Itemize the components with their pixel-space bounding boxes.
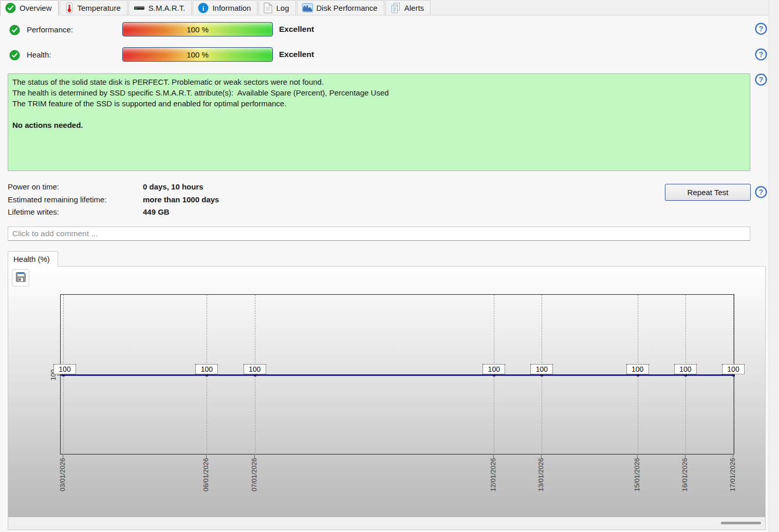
tab-log[interactable]: Log <box>258 0 295 15</box>
check-circle-icon <box>9 25 20 37</box>
tab-disk-performance[interactable]: Disk Performance <box>297 0 384 15</box>
tab-s-m-a-r-t[interactable]: S.M.A.R.T. <box>128 0 192 15</box>
status-message-box: The status of the solid state disk is PE… <box>8 73 750 171</box>
save-icon <box>15 271 27 285</box>
thermometer-icon <box>65 3 74 13</box>
health-chart-plot: 100100100100100100100100100 <box>60 294 734 454</box>
chart-tab-label: Health (%) <box>13 255 50 263</box>
lifetime-writes-label: Lifetime writes: <box>8 207 136 216</box>
health-series-line <box>61 374 734 376</box>
x-axis-date-label: 06/01/2026 <box>202 458 210 509</box>
performance-label: Performance: <box>27 25 73 34</box>
chart-bottom-strip <box>9 518 764 528</box>
comment-input[interactable] <box>8 226 750 241</box>
svg-text:?: ? <box>759 50 764 59</box>
data-point-label: 100 <box>483 364 505 374</box>
tab-health-chart[interactable]: Health (%) <box>8 251 58 267</box>
remaining-lifetime-label: Estimated remaining lifetime: <box>8 195 136 204</box>
tab-information[interactable]: iInformation <box>193 0 257 15</box>
remaining-lifetime-value: more than 1000 days <box>143 195 348 204</box>
x-axis-date-label: 13/01/2026 <box>537 458 545 509</box>
status-line: The health is determined by SSD specific… <box>12 87 746 98</box>
help-icon[interactable]: ? <box>755 23 767 35</box>
alert-pages-icon <box>391 3 401 13</box>
tab-label: Log <box>276 4 289 12</box>
tab-label: Information <box>212 4 251 12</box>
tab-label: Temperature <box>78 4 121 12</box>
health-chart-panel: 100100100100100100100100100 03/01/202606… <box>8 266 766 530</box>
x-axis-date-label: 17/01/2026 <box>729 458 736 509</box>
tab-alerts[interactable]: Alerts <box>385 0 431 15</box>
repeat-test-button[interactable]: Repeat Test <box>665 184 751 201</box>
data-point-label: 100 <box>244 364 266 374</box>
status-action-line: No actions needed. <box>12 120 746 130</box>
data-point-label: 100 <box>674 364 697 374</box>
save-chart-button[interactable] <box>12 269 29 287</box>
health-rating: Excellent <box>279 50 314 59</box>
data-point-label: 100 <box>722 364 745 374</box>
x-axis-date-label: 15/01/2026 <box>634 458 641 509</box>
info-circle-icon: i <box>198 3 209 13</box>
power-on-time-label: Power on time: <box>8 182 136 191</box>
svg-text:?: ? <box>759 188 764 196</box>
data-point-label: 100 <box>53 364 76 374</box>
health-label: Health: <box>27 50 51 59</box>
x-axis-date-label: 03/01/2026 <box>59 458 66 509</box>
performance-rating: Excellent <box>279 25 314 34</box>
x-axis-date-label: 12/01/2026 <box>490 458 497 509</box>
main-tab-bar: OverviewTemperatureS.M.A.R.T.iInformatio… <box>0 0 769 15</box>
tab-temperature[interactable]: Temperature <box>60 0 127 15</box>
power-on-time-value: 0 days, 10 hours <box>143 182 348 191</box>
tab-label: Alerts <box>404 4 424 12</box>
document-icon <box>264 3 272 13</box>
status-line: The status of the solid state disk is PE… <box>12 77 746 87</box>
svg-text:i: i <box>202 4 205 12</box>
check-circle-icon <box>5 3 16 13</box>
help-icon[interactable]: ? <box>755 73 767 86</box>
check-circle-icon <box>9 50 20 63</box>
health-gauge: 100 % <box>122 47 273 62</box>
hard-drive-icon <box>134 3 145 13</box>
performance-value: 100 % <box>187 25 209 34</box>
tab-label: S.M.A.R.T. <box>149 4 186 12</box>
svg-text:?: ? <box>759 75 764 84</box>
tab-label: Disk Performance <box>317 4 378 12</box>
help-icon[interactable]: ? <box>755 48 767 61</box>
y-axis-tick <box>57 375 61 375</box>
performance-gauge: 100 % <box>122 22 273 36</box>
status-line: The TRIM feature of the SSD is supported… <box>12 98 746 109</box>
lifetime-writes-value: 449 GB <box>143 207 348 216</box>
status-lines: The status of the solid state disk is PE… <box>12 77 746 109</box>
tab-label: Overview <box>20 4 52 12</box>
x-axis-date-label: 16/01/2026 <box>681 458 689 509</box>
x-axis-date-label: 07/01/2026 <box>251 458 258 509</box>
data-point-label: 100 <box>195 364 218 374</box>
health-value: 100 % <box>187 50 209 59</box>
performance-chart-icon <box>302 3 313 12</box>
data-point-label: 100 <box>626 364 649 374</box>
resize-grip[interactable] <box>721 522 761 524</box>
data-point-label: 100 <box>530 364 553 374</box>
right-gutter <box>769 0 779 532</box>
help-icon[interactable]: ? <box>755 186 767 198</box>
tab-overview[interactable]: Overview <box>0 0 59 15</box>
svg-text:?: ? <box>759 25 764 33</box>
